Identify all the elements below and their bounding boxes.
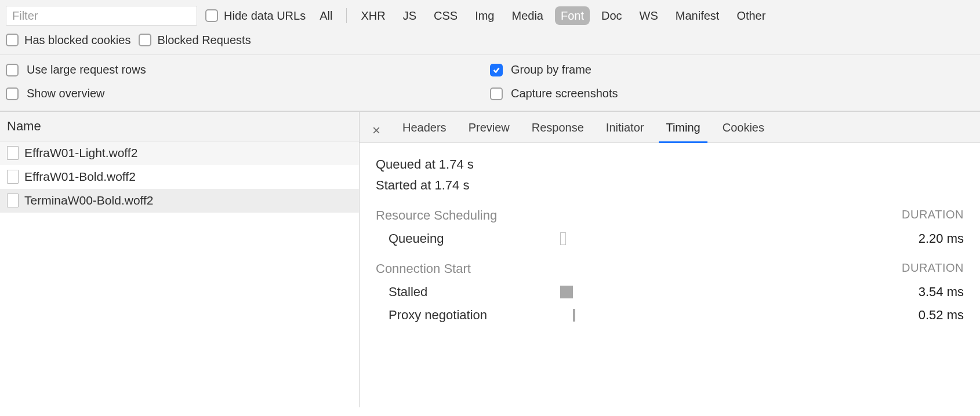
checkbox-icon [205,9,218,22]
checkbox-icon [490,64,503,76]
timing-row: Stalled3.54 ms [376,284,964,300]
timing-panel: Queued at 1.74 s Started at 1.74 s Resou… [360,143,980,407]
request-name: EffraW01-Light.woff2 [24,146,137,160]
timing-bar [560,232,566,245]
blocked-requests-checkbox[interactable]: Blocked Requests [139,34,251,47]
tab-cookies[interactable]: Cookies [720,118,767,143]
timing-bar [573,309,575,322]
started-at-text: Started at 1.74 s [376,178,964,193]
type-filter-img[interactable]: Img [469,6,500,25]
type-filter-bar: All XHRJSCSSImgMediaFontDocWSManifestOth… [314,6,771,25]
timing-row-label: Proxy negotiation [376,308,556,323]
type-filter-js[interactable]: JS [397,6,422,25]
checkbox-icon [490,87,503,100]
type-filter-css[interactable]: CSS [428,6,463,25]
use-large-rows-checkbox[interactable]: Use large request rows [6,63,490,76]
type-filter-media[interactable]: Media [506,6,549,25]
hide-data-urls-checkbox[interactable]: Hide data URLs [205,9,306,23]
type-filter-doc[interactable]: Doc [596,6,628,25]
timing-row: Queueing2.20 ms [376,231,964,246]
tab-headers[interactable]: Headers [400,118,449,143]
timing-bar [560,286,573,298]
file-icon [7,146,19,160]
tab-initiator[interactable]: Initiator [604,118,647,143]
type-filter-manifest[interactable]: Manifest [670,6,725,25]
capture-screenshots-checkbox[interactable]: Capture screenshots [490,87,974,100]
tab-timing[interactable]: Timing [663,118,702,143]
type-filter-xhr[interactable]: XHR [355,6,391,25]
blocked-requests-label: Blocked Requests [157,34,251,47]
type-filter-other[interactable]: Other [731,6,771,25]
timing-row-label: Stalled [376,284,556,300]
timing-bar-cell [560,286,595,298]
tab-response[interactable]: Response [529,118,586,143]
group-by-frame-checkbox[interactable]: Group by frame [490,63,974,76]
capture-screenshots-label: Capture screenshots [511,87,618,100]
has-blocked-cookies-checkbox[interactable]: Has blocked cookies [6,34,130,47]
timing-row-value: 3.54 ms [600,284,964,300]
checkbox-icon [6,87,19,100]
request-row[interactable]: TerminaW00-Bold.woff2 [0,189,359,213]
timing-section-title: Resource Scheduling [376,208,497,223]
queued-at-text: Queued at 1.74 s [376,157,964,172]
timing-row-value: 2.20 ms [600,231,964,246]
timing-section-header: Resource SchedulingDURATION [376,208,964,223]
type-filter-all[interactable]: All [314,6,338,25]
use-large-rows-label: Use large request rows [27,63,146,76]
timing-row-value: 0.52 ms [600,308,964,323]
show-overview-label: Show overview [27,87,105,100]
checkbox-icon [6,34,19,46]
file-icon [7,194,19,207]
timing-bar-cell [560,232,595,245]
timing-bar-cell [560,309,595,322]
filter-input[interactable] [6,6,197,25]
show-overview-checkbox[interactable]: Show overview [6,87,490,100]
type-filter-separator [346,8,347,23]
close-icon[interactable]: × [370,122,383,138]
checkbox-icon [6,64,19,76]
request-name: TerminaW00-Bold.woff2 [24,194,154,207]
hide-data-urls-label: Hide data URLs [224,9,306,23]
has-blocked-cookies-label: Has blocked cookies [24,34,130,47]
name-column-header[interactable]: Name [0,112,359,141]
duration-header: DURATION [902,208,964,223]
file-icon [7,170,19,184]
timing-row-label: Queueing [376,231,556,246]
type-filter-ws[interactable]: WS [634,6,664,25]
timing-row: Proxy negotiation0.52 ms [376,308,964,323]
group-by-frame-label: Group by frame [511,63,591,76]
timing-section-header: Connection StartDURATION [376,261,964,276]
request-row[interactable]: EffraW01-Light.woff2 [0,141,359,165]
type-filter-font[interactable]: Font [555,6,590,25]
checkbox-icon [139,34,151,46]
timing-section-title: Connection Start [376,261,471,276]
request-list[interactable]: EffraW01-Light.woff2EffraW01-Bold.woff2T… [0,141,359,407]
request-row[interactable]: EffraW01-Bold.woff2 [0,165,359,189]
duration-header: DURATION [902,261,964,276]
request-name: EffraW01-Bold.woff2 [24,170,136,184]
tab-preview[interactable]: Preview [466,118,512,143]
